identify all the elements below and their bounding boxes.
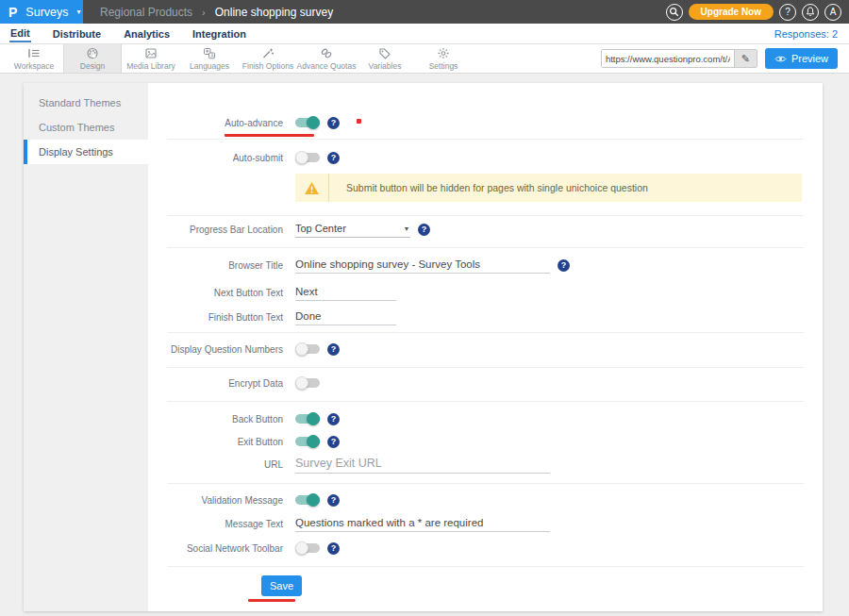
setting-row-display-question-numbers: Display Question Numbers ? bbox=[148, 338, 823, 360]
questionpro-logo-icon: P bbox=[8, 5, 17, 20]
toolbar-item-variables[interactable]: Variables bbox=[356, 44, 414, 73]
chain-links-icon bbox=[320, 47, 333, 59]
upgrade-now-button[interactable]: Upgrade Now bbox=[689, 4, 774, 20]
toolbar-item-label: Settings bbox=[429, 61, 458, 71]
setting-row-auto-submit: Auto-submit ? bbox=[148, 146, 823, 169]
section-divider bbox=[167, 367, 804, 368]
next-button-text-input[interactable] bbox=[295, 284, 396, 301]
auto-advance-toggle[interactable] bbox=[295, 118, 320, 127]
sidebar-item-standard-themes[interactable]: Standard Themes bbox=[24, 91, 148, 115]
toggle-knob bbox=[307, 412, 320, 425]
encrypt-data-toggle[interactable] bbox=[295, 378, 320, 388]
header-actions: Upgrade Now ? A bbox=[666, 0, 849, 24]
chevron-down-icon: ▾ bbox=[77, 8, 81, 16]
save-button[interactable]: Save bbox=[261, 575, 302, 596]
breadcrumb-parent[interactable]: Regional Products bbox=[100, 6, 192, 19]
toolbar-item-label: Media Library bbox=[126, 61, 175, 71]
browser-title-help-icon[interactable]: ? bbox=[558, 259, 570, 272]
setting-row-exit-url: URL bbox=[148, 453, 823, 475]
finish-button-text-label: Finish Button Text bbox=[148, 312, 283, 323]
product-name: Surveys bbox=[25, 6, 68, 19]
toolbar-item-finish-options[interactable]: Finish Options bbox=[239, 44, 297, 73]
validation-message-toggle[interactable] bbox=[295, 495, 320, 505]
exit-url-input[interactable] bbox=[295, 455, 550, 474]
tab-integration[interactable]: Integration bbox=[191, 26, 247, 42]
tag-icon bbox=[378, 47, 391, 59]
next-button-text-label: Next Button Text bbox=[148, 288, 283, 298]
notifications-button[interactable] bbox=[802, 4, 819, 21]
toggle-knob bbox=[295, 376, 308, 390]
warning-text: Submit button will be hidden for pages w… bbox=[329, 182, 648, 193]
help-button[interactable]: ? bbox=[779, 4, 796, 21]
sidebar-item-custom-themes[interactable]: Custom Themes bbox=[24, 115, 148, 140]
bell-icon bbox=[806, 7, 815, 17]
toolbar-item-media-library[interactable]: Media Library bbox=[122, 44, 180, 73]
back-button-help-icon[interactable]: ? bbox=[327, 413, 340, 425]
annotation-red-underline bbox=[225, 134, 314, 137]
palette-icon bbox=[86, 47, 99, 59]
finish-button-text-input[interactable] bbox=[295, 308, 396, 325]
toggle-knob bbox=[295, 151, 308, 164]
toolbar-item-workspace[interactable]: Workspace bbox=[5, 44, 63, 73]
selected-option: Top Center bbox=[295, 223, 346, 234]
social-network-toolbar-toggle[interactable] bbox=[295, 543, 320, 553]
exit-button-label: Exit Button bbox=[148, 437, 283, 447]
toolbar-item-settings[interactable]: Settings bbox=[414, 44, 473, 73]
display-question-numbers-toggle[interactable] bbox=[295, 344, 320, 354]
main-area: Standard Themes Custom Themes Display Se… bbox=[0, 74, 849, 611]
toolbar-item-design[interactable]: Design bbox=[63, 44, 122, 73]
tab-distribute[interactable]: Distribute bbox=[52, 26, 102, 42]
social-network-toolbar-help-icon[interactable]: ? bbox=[327, 542, 340, 555]
message-text-input[interactable] bbox=[295, 515, 550, 532]
survey-url-input[interactable] bbox=[602, 50, 734, 67]
exit-button-toggle[interactable] bbox=[295, 437, 320, 446]
sidebar-item-display-settings[interactable]: Display Settings bbox=[24, 140, 148, 164]
tab-edit[interactable]: Edit bbox=[9, 25, 31, 42]
progress-bar-help-icon[interactable]: ? bbox=[418, 224, 430, 236]
annotation-red-dot bbox=[357, 119, 361, 124]
dropdown-caret-icon: ▾ bbox=[405, 225, 408, 233]
exit-button-help-icon[interactable]: ? bbox=[327, 436, 340, 448]
section-divider bbox=[167, 332, 804, 333]
workspace-icon bbox=[27, 47, 41, 59]
brand-menu[interactable]: P Surveys ▾ bbox=[0, 0, 83, 24]
back-button-toggle[interactable] bbox=[295, 414, 320, 424]
validation-message-label: Validation Message bbox=[148, 495, 283, 506]
breadcrumb: Regional Products › Online shopping surv… bbox=[100, 0, 333, 24]
eye-icon bbox=[774, 55, 787, 63]
encrypt-data-label: Encrypt Data bbox=[148, 378, 283, 389]
section-divider bbox=[167, 566, 804, 567]
responses-count[interactable]: Responses: 2 bbox=[774, 28, 838, 40]
setting-row-back-button: Back Button ? bbox=[148, 408, 823, 430]
auto-submit-toggle[interactable] bbox=[295, 153, 320, 162]
exit-url-label: URL bbox=[148, 459, 283, 470]
section-divider bbox=[167, 215, 804, 216]
auto-submit-help-icon[interactable]: ? bbox=[327, 152, 340, 164]
toolbar-item-advance-quotas[interactable]: Advance Quotas bbox=[297, 44, 356, 73]
browser-title-input[interactable] bbox=[295, 257, 550, 274]
warning-icon-cell bbox=[295, 174, 329, 202]
setting-row-validation-message: Validation Message ? bbox=[148, 489, 823, 511]
preview-label: Preview bbox=[791, 53, 828, 64]
tab-analytics[interactable]: Analytics bbox=[123, 26, 171, 42]
toolbar-right: ✎ Preview bbox=[601, 44, 849, 73]
warning-triangle-icon bbox=[304, 181, 320, 195]
edit-url-pencil-icon[interactable]: ✎ bbox=[734, 50, 757, 67]
setting-row-next-button-text: Next Button Text bbox=[148, 281, 823, 304]
setting-row-message-text: Message Text bbox=[148, 512, 823, 535]
save-row: Save bbox=[261, 575, 823, 609]
toolbar-item-languages[interactable]: A Languages bbox=[180, 44, 239, 73]
annotation-red-underline bbox=[248, 599, 295, 602]
progress-bar-location-select[interactable]: Top Center ▾ bbox=[295, 221, 410, 238]
display-question-numbers-help-icon[interactable]: ? bbox=[327, 343, 340, 356]
auto-advance-label: Auto-advance bbox=[148, 118, 283, 128]
search-button[interactable] bbox=[666, 4, 683, 21]
auto-advance-help-icon[interactable]: ? bbox=[327, 117, 340, 129]
validation-message-help-icon[interactable]: ? bbox=[327, 494, 340, 507]
settings-content: Auto-advance ? Auto-submit ? bbox=[148, 83, 823, 611]
toggle-knob bbox=[295, 342, 308, 356]
survey-url-group: ✎ bbox=[601, 49, 757, 68]
themes-sidebar: Standard Themes Custom Themes Display Se… bbox=[24, 83, 148, 611]
preview-button[interactable]: Preview bbox=[765, 48, 838, 69]
avatar[interactable]: A bbox=[824, 4, 841, 21]
